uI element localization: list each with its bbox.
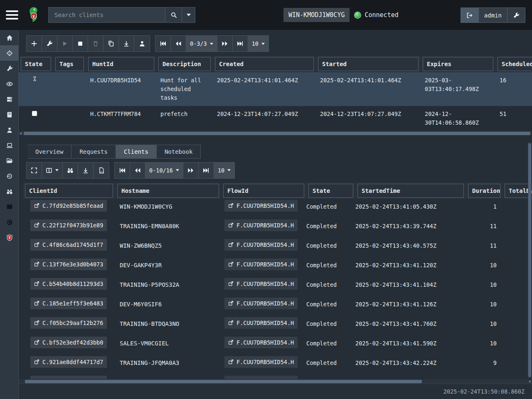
binoculars-icon bbox=[67, 167, 74, 174]
hunt-pagination: 0-3/3 10 bbox=[155, 35, 269, 52]
scrollbar-thumb[interactable] bbox=[24, 132, 530, 135]
page-range-dropdown[interactable]: 0-10/16 bbox=[145, 163, 183, 178]
prev-page-button[interactable] bbox=[130, 163, 145, 178]
scroll-right-icon[interactable] bbox=[529, 380, 531, 383]
user-settings-button[interactable] bbox=[507, 8, 525, 22]
first-page-button[interactable] bbox=[155, 36, 171, 52]
sidebar-item-users[interactable] bbox=[0, 122, 19, 138]
next-page-button[interactable] bbox=[217, 36, 233, 52]
started-time-cell: 2025-02-24T13:43:42.224Z bbox=[355, 355, 466, 366]
hunt-table-row[interactable]: H.CTKMT7TFRM784 prefetch 2024-12-23T14:0… bbox=[19, 106, 532, 131]
hunt-column-header: Created bbox=[215, 57, 314, 71]
search-input[interactable] bbox=[49, 7, 165, 22]
sidebar-item-client-events[interactable] bbox=[0, 168, 19, 184]
delete-hunt-button[interactable] bbox=[88, 36, 103, 52]
sidebar-item-server-events[interactable] bbox=[0, 76, 19, 91]
flow-id-link[interactable]: F.CUU7DRB5HID54.H bbox=[224, 298, 298, 309]
sidebar-item-home[interactable] bbox=[0, 30, 19, 45]
column-picker-dropdown[interactable] bbox=[42, 163, 63, 178]
run-hunt-button[interactable] bbox=[57, 36, 73, 52]
status-bar: 2025-02-24T13:50:08.860Z bbox=[19, 384, 532, 399]
client-id-link[interactable]: C.b54b40b8d11293d3 bbox=[30, 278, 107, 290]
client-id-link[interactable]: C.bf52e3edf42d3bb0 bbox=[30, 337, 107, 348]
flow-id-link[interactable]: F.CUU7DRB5HID54.H bbox=[224, 356, 298, 368]
started-time-cell: 2025-02-24T13:43:41.760Z bbox=[355, 316, 466, 327]
sidebar-item-server-artifacts[interactable] bbox=[0, 61, 19, 76]
sidebar-item-client-summary[interactable] bbox=[0, 138, 19, 153]
hunt-table-row[interactable]: H.CUU7DRB5HID54 Hunt for all scheduled t… bbox=[19, 72, 532, 106]
flow-id-link[interactable]: F.CUU7DRB5HID54.H bbox=[224, 219, 298, 231]
external-link-icon bbox=[228, 340, 234, 345]
scrollbar-thumb[interactable] bbox=[25, 380, 422, 383]
client-id-link[interactable]: C.921ae8ddf44717d7 bbox=[30, 356, 107, 368]
prev-page-button[interactable] bbox=[171, 36, 186, 52]
flow-id-link[interactable]: F.CUU7DRB5HID54.H bbox=[224, 317, 298, 329]
flow-id-link[interactable]: F.CUU7DRB5HID54.H bbox=[224, 200, 298, 212]
sidebar-item-artifacts[interactable] bbox=[0, 107, 19, 122]
flow-id-link[interactable]: F.CUU7DRB5HID54.H bbox=[224, 337, 298, 348]
hunt-horizontal-scrollbar bbox=[19, 131, 532, 135]
client-id-link[interactable]: C.f05bc29aaf12b276 bbox=[30, 317, 107, 329]
client-id-link[interactable]: C.22f12f0473b91e89 bbox=[30, 219, 107, 231]
page-size-dropdown[interactable]: 10 bbox=[248, 36, 268, 52]
hamburger-menu-icon[interactable] bbox=[6, 8, 24, 22]
sidebar-item-github[interactable] bbox=[0, 214, 19, 230]
download-icon bbox=[123, 40, 130, 47]
hostname-cell: TRAINING-EMN8A80K bbox=[115, 219, 221, 229]
sidebar-item-about[interactable] bbox=[0, 230, 19, 245]
sidebar-item-search[interactable] bbox=[0, 184, 19, 199]
client-id-link[interactable]: C.7fd92e85b85feaad bbox=[30, 200, 107, 212]
fullscreen-button[interactable] bbox=[27, 163, 42, 178]
flow-id-cell: F.CUU7DRB5HID54.H bbox=[221, 258, 306, 270]
search-button[interactable] bbox=[165, 7, 182, 22]
external-link-icon bbox=[228, 300, 234, 306]
client-id-link[interactable]: C.185e1eff5f3e6483 bbox=[30, 298, 107, 309]
username-button[interactable]: admin bbox=[479, 8, 507, 22]
hunt-column-header: State bbox=[21, 57, 51, 71]
last-page-button[interactable] bbox=[199, 163, 214, 178]
flow-id-link[interactable]: F.CUU7DRB5HID54.H bbox=[224, 259, 298, 270]
tab[interactable]: Overview bbox=[27, 145, 71, 159]
stop-hunt-button[interactable] bbox=[73, 36, 88, 52]
client-id-link[interactable]: C.13f76e3e3d0b4073 bbox=[30, 259, 107, 270]
tab[interactable]: Notebook bbox=[157, 145, 201, 159]
search-options-dropdown[interactable] bbox=[182, 7, 195, 22]
hunt-column-header: Started bbox=[318, 57, 419, 71]
inspect-button[interactable] bbox=[63, 163, 78, 178]
last-page-button[interactable] bbox=[233, 36, 248, 52]
scroll-left-icon[interactable] bbox=[20, 132, 22, 135]
download-csv-button[interactable] bbox=[94, 163, 109, 178]
hunt-tags-cell bbox=[53, 106, 86, 131]
hunt-state-cell bbox=[19, 72, 53, 106]
assign-user-button[interactable] bbox=[134, 36, 150, 52]
main-content: 0-3/3 10 StateTagsHuntIdDescriptionCreat… bbox=[19, 30, 532, 399]
client-id-link[interactable]: C.7bd33817cf65032b bbox=[30, 376, 107, 379]
sidebar-item-hunts[interactable] bbox=[0, 45, 19, 61]
new-hunt-button[interactable] bbox=[27, 36, 42, 52]
client-id-link[interactable]: C.4f86c6ad1745d1f7 bbox=[30, 239, 107, 251]
download-json-button[interactable] bbox=[78, 163, 94, 178]
next-page-button[interactable] bbox=[183, 163, 199, 178]
page-range-dropdown[interactable]: 0-3/3 bbox=[186, 36, 217, 52]
page-size-dropdown[interactable]: 10 bbox=[214, 163, 234, 178]
scrollbar-thumb[interactable] bbox=[528, 143, 531, 377]
modify-hunt-button[interactable] bbox=[42, 36, 57, 52]
sidebar-item-server-dashboard[interactable] bbox=[0, 91, 19, 107]
tab[interactable]: Requests bbox=[71, 145, 116, 159]
sidebar-item-docs[interactable] bbox=[0, 199, 19, 214]
copy-hunt-button[interactable] bbox=[103, 36, 119, 52]
flow-id-link[interactable]: F.CUU7DRB5HID54.H bbox=[224, 278, 298, 290]
history-icon bbox=[6, 173, 13, 180]
hostname-cell: WIN-ZW6BNQZ5 bbox=[115, 238, 221, 249]
first-page-button[interactable] bbox=[115, 163, 130, 178]
logout-button[interactable] bbox=[461, 8, 479, 22]
flow-id-link[interactable]: F.CUU7DRB5HID54.H bbox=[224, 239, 298, 251]
sidebar-item-collected-artifacts[interactable] bbox=[0, 153, 19, 168]
tab[interactable]: Clients bbox=[116, 145, 157, 159]
external-link-icon bbox=[228, 222, 234, 228]
current-host-chip[interactable]: WIN-KMODJ1W0CYG bbox=[283, 8, 350, 22]
person-icon bbox=[6, 127, 13, 133]
plus-icon bbox=[31, 40, 37, 47]
flow-id-link[interactable]: F.CUU7DRB5HID54.H bbox=[224, 376, 298, 379]
download-hunt-button[interactable] bbox=[119, 36, 134, 52]
